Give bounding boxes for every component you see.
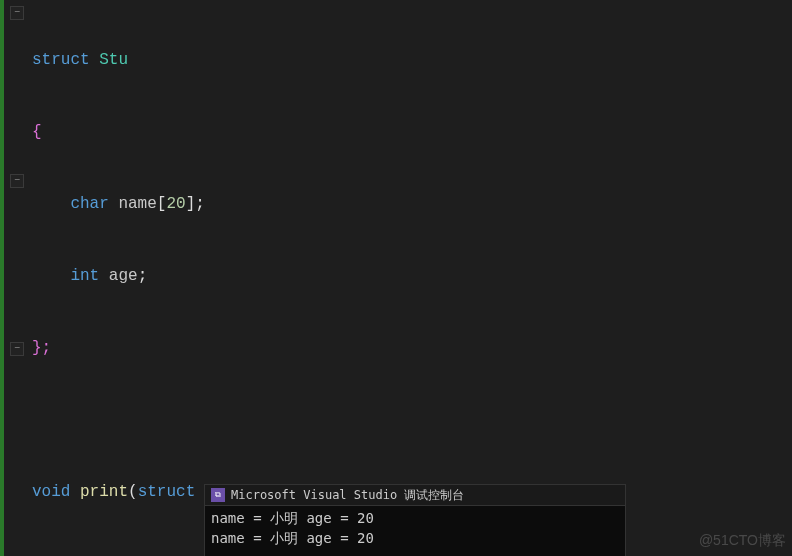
fold-icon[interactable]: −	[10, 174, 24, 188]
console-titlebar[interactable]: ⧉ Microsoft Visual Studio 调试控制台	[205, 485, 625, 506]
console-title-text: Microsoft Visual Studio 调试控制台	[231, 487, 464, 504]
debug-console-window[interactable]: ⧉ Microsoft Visual Studio 调试控制台 name = 小…	[204, 484, 626, 556]
code-line: char name[20];	[28, 192, 792, 216]
code-editor[interactable]: − − − struct Stu { char name[20]; int ag…	[0, 0, 792, 556]
code-line: struct Stu	[28, 48, 792, 72]
fold-icon[interactable]: −	[10, 6, 24, 20]
code-line: int age;	[28, 264, 792, 288]
code-line: {	[28, 120, 792, 144]
fold-gutter: − − −	[8, 0, 28, 556]
code-area: struct Stu { char name[20]; int age; }; …	[28, 0, 792, 556]
console-output: name = 小明 age = 20 name = 小明 age = 20	[205, 506, 625, 550]
console-line: name = 小明 age = 20	[211, 528, 619, 548]
fold-icon[interactable]: −	[10, 342, 24, 356]
watermark: @51CTO博客	[699, 532, 786, 550]
vs-icon: ⧉	[211, 488, 225, 502]
code-line	[28, 408, 792, 432]
code-line: };	[28, 336, 792, 360]
console-line: name = 小明 age = 20	[211, 508, 619, 528]
